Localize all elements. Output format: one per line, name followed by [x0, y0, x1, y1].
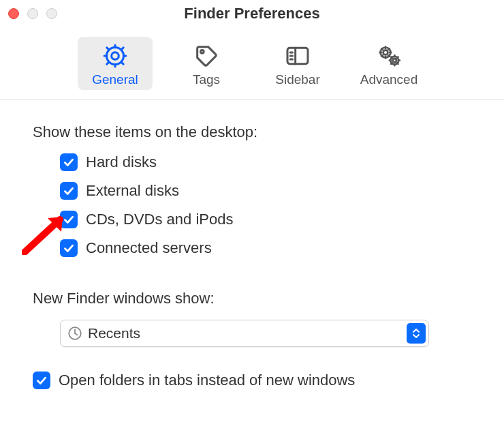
svg-point-0 [112, 52, 119, 60]
checkbox-label: CDs, DVDs and iPods [86, 211, 233, 228]
checkbox-row-connected-servers[interactable]: Connected servers [60, 239, 471, 257]
traffic-lights [8, 8, 57, 19]
checkbox-label: Connected servers [86, 239, 212, 257]
tag-icon [193, 41, 220, 71]
clock-icon [67, 326, 82, 341]
tab-label: General [92, 72, 138, 87]
tab-sidebar[interactable]: Sidebar [260, 37, 335, 90]
tab-label: Tags [193, 72, 220, 87]
svg-point-10 [393, 59, 396, 62]
zoom-button[interactable] [46, 8, 57, 19]
checkbox[interactable] [60, 239, 78, 257]
tab-label: Advanced [360, 72, 418, 87]
checkbox[interactable] [60, 182, 78, 200]
tab-general[interactable]: General [78, 37, 153, 90]
checkbox-label: Hard disks [86, 153, 157, 171]
desktop-items-list: Hard disks External disks CDs, DVDs and … [33, 153, 471, 257]
checkbox-row-external-disks[interactable]: External disks [60, 182, 471, 200]
checkbox-row-hard-disks[interactable]: Hard disks [60, 153, 471, 171]
checkbox[interactable] [60, 211, 78, 228]
tab-label: Sidebar [275, 72, 320, 87]
svg-point-2 [201, 50, 204, 54]
desktop-section-heading: Show these items on the desktop: [33, 123, 471, 141]
svg-point-8 [383, 50, 388, 55]
popup-selected-label: Recents [88, 325, 140, 342]
checkbox-row-cds-dvds-ipods[interactable]: CDs, DVDs and iPods [60, 211, 471, 228]
tab-advanced[interactable]: Advanced [351, 37, 426, 90]
svg-point-1 [107, 48, 124, 65]
close-button[interactable] [8, 8, 19, 19]
checkbox-label: External disks [86, 182, 179, 200]
tab-tags[interactable]: Tags [169, 37, 244, 90]
gear-icon [101, 41, 129, 71]
minimize-button[interactable] [27, 8, 38, 19]
checkbox-label: Open folders in tabs instead of new wind… [59, 372, 355, 389]
finder-preferences-window: Finder Preferences General Tags [0, 0, 504, 439]
gears-icon [375, 41, 403, 71]
popup-arrows-icon [407, 323, 426, 344]
checkbox[interactable] [60, 153, 78, 171]
new-windows-popup-row: Recents [33, 320, 471, 347]
window-title: Finder Preferences [0, 5, 504, 22]
new-windows-popup[interactable]: Recents [60, 320, 429, 347]
new-windows-heading: New Finder windows show: [33, 290, 471, 307]
content-area: Show these items on the desktop: Hard di… [0, 100, 504, 389]
sidebar-icon [284, 41, 311, 71]
preferences-toolbar: General Tags Sidebar [0, 27, 504, 100]
checkbox[interactable] [33, 372, 50, 389]
checkbox-row-open-in-tabs[interactable]: Open folders in tabs instead of new wind… [33, 372, 471, 389]
titlebar: Finder Preferences [0, 0, 504, 27]
